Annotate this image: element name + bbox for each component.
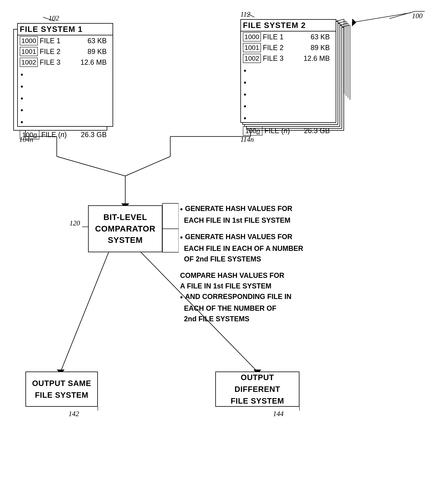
svg-line-35	[340, 23, 348, 25]
fs2-file2-name: FILE 2	[263, 44, 290, 52]
fs2-filen-id: 100n	[243, 126, 262, 136]
fs2-file1-id: 1000	[243, 32, 261, 42]
fs2-box: FILE SYSTEM 2 1000 FILE 1 63 KB 1001 FIL…	[240, 19, 336, 123]
svg-line-41	[352, 13, 411, 22]
fs1-file3-row: 1002 FILE 3 12.6 MB	[18, 57, 112, 68]
svg-line-18	[125, 156, 170, 176]
svg-line-34	[338, 21, 346, 23]
fs1-file2-size: 89 KB	[87, 47, 111, 56]
fs1-file2-row: 1001 FILE 2 89 KB	[18, 46, 112, 57]
ref-142: 142	[68, 410, 79, 418]
annotation-3: COMPARE HASH VALUES FORA FILE IN 1st FIL…	[180, 270, 317, 324]
svg-marker-42	[352, 19, 356, 26]
fs1-filen-row: 100n FILE (n) 26.3 GB	[18, 129, 112, 140]
fs1-filen-id: 100n	[20, 130, 39, 139]
fs2-file1-size: 63 KB	[311, 33, 334, 41]
ref-112: 112	[240, 10, 250, 18]
svg-line-17	[57, 156, 125, 176]
fs2-file2-size: 89 KB	[311, 44, 334, 52]
fs1-file3-name: FILE 3	[40, 58, 67, 66]
fs2-filen-name: FILE (n)	[264, 127, 292, 135]
fs2-file3-id: 1002	[243, 54, 261, 63]
fs1-filen-size: 26.3 GB	[81, 131, 111, 139]
fs2-file1-name: FILE 1	[263, 33, 290, 41]
fs1-file1-id: 1000	[20, 36, 38, 45]
ref-114n: 114n	[240, 135, 254, 144]
fs1-file3-id: 1002	[20, 58, 38, 67]
fs1-box: FILE SYSTEM 1 1000 FILE 1 63 KB 1001 FIL…	[17, 23, 113, 127]
fs1-file3-size: 12.6 MB	[80, 58, 111, 66]
fs2-file3-row: 1002 FILE 3 12.6 MB	[241, 53, 336, 64]
fs2-file2-id: 1001	[243, 43, 261, 52]
output-same-box: OUTPUT SAME FILE SYSTEM	[25, 372, 98, 407]
fs2-file2-row: 1001 FILE 2 89 KB	[241, 42, 336, 53]
fs1-file1-row: 1000 FILE 1 63 KB	[18, 35, 112, 46]
ref-100: 100	[412, 12, 423, 20]
fs2-file1-row: 1000 FILE 1 63 KB	[241, 31, 336, 42]
fs1-filen-name: FILE (n)	[41, 131, 69, 139]
fs2-filen-row: 100n FILE (n) 26.3 GB	[241, 125, 336, 136]
ref-120: 120	[69, 219, 80, 227]
svg-line-21	[61, 252, 109, 372]
svg-line-0	[389, 11, 415, 19]
annotation-block: • GENERATE HASH VALUES FOR EACH FILE IN …	[180, 203, 317, 324]
comparator-box: BIT-LEVEL COMPARATOR SYSTEM	[88, 205, 162, 252]
svg-line-33	[336, 19, 344, 21]
fs2-filen-size: 26.3 GB	[304, 127, 334, 135]
fs1-file2-id: 1001	[20, 47, 38, 56]
fs2-file3-name: FILE 3	[263, 54, 290, 62]
svg-line-36	[342, 25, 350, 27]
fs1-file1-name: FILE 1	[40, 37, 67, 45]
fs1-title: FILE SYSTEM 1	[18, 24, 112, 35]
ref-144: 144	[273, 410, 284, 418]
output-diff-text: OUTPUT DIFFERENT FILE SYSTEM	[220, 372, 295, 407]
annotation-2: • GENERATE HASH VALUES FOR EACH FILE IN …	[180, 231, 317, 264]
fs2-file3-size: 12.6 MB	[304, 54, 334, 62]
ref-102: 102	[48, 14, 59, 22]
comparator-title: BIT-LEVEL COMPARATOR SYSTEM	[95, 212, 156, 246]
output-diff-box: OUTPUT DIFFERENT FILE SYSTEM	[215, 372, 300, 407]
output-same-text: OUTPUT SAME FILE SYSTEM	[32, 377, 91, 401]
fs1-file1-size: 63 KB	[87, 37, 111, 45]
fs2-title: FILE SYSTEM 2	[241, 20, 336, 31]
fs1-file2-name: FILE 2	[40, 47, 67, 56]
annotation-1: • GENERATE HASH VALUES FOR EACH FILE IN …	[180, 203, 317, 226]
